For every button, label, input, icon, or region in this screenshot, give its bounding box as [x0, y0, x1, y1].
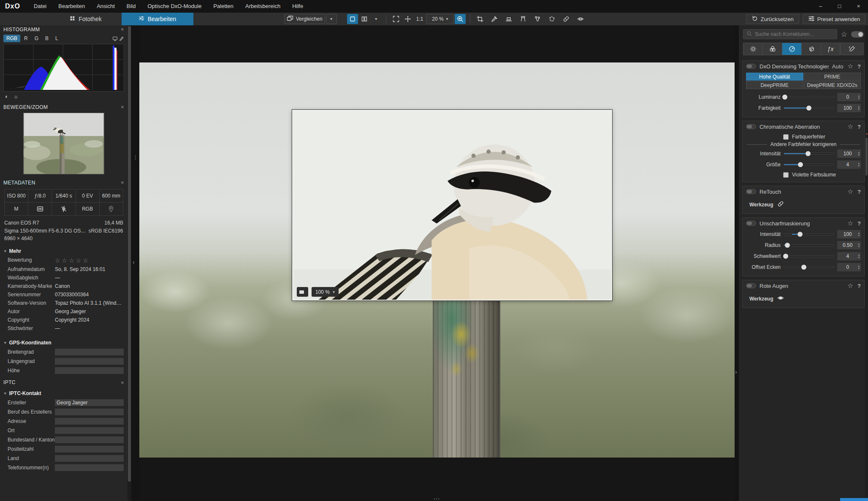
eye-tool-icon[interactable]	[777, 295, 784, 303]
spin-down-icon[interactable]: ▾	[858, 108, 860, 111]
histogram-channel-tab[interactable]: R	[21, 35, 31, 42]
polygon-tool-icon[interactable]	[546, 14, 557, 24]
spin-down-icon[interactable]: ▾	[858, 245, 860, 248]
color-picker-icon[interactable]	[489, 14, 500, 24]
gps-field-input[interactable]	[55, 349, 124, 355]
shadow-clipping-icon[interactable]: ◐	[5, 93, 8, 100]
apply-preset-button[interactable]: Preset anwenden	[803, 14, 865, 24]
slider-value-box[interactable]: 0 ▴▾	[837, 93, 861, 101]
checkbox[interactable]	[783, 134, 789, 140]
compare-button[interactable]: Vergleichen	[284, 14, 325, 24]
loupe-mode-button[interactable]	[297, 287, 308, 297]
zoom-in-button[interactable]	[455, 14, 466, 24]
split-view-button[interactable]	[359, 14, 370, 24]
active-corrections-toggle[interactable]	[851, 31, 864, 38]
denoise-mode-button[interactable]: PRIME	[804, 73, 861, 81]
close-icon[interactable]: ×	[121, 179, 124, 186]
star-icon[interactable]: ☆	[76, 257, 82, 264]
spin-down-icon[interactable]: ▾	[858, 234, 860, 237]
display-icon[interactable]	[112, 36, 118, 41]
iptc-contact-toggle[interactable]: ▾ IPTC-Kontakt	[0, 387, 127, 398]
search-input[interactable]: Suche nach Korrekturen...	[743, 29, 837, 39]
help-icon[interactable]: ?	[857, 189, 861, 195]
star-icon[interactable]: ☆	[848, 282, 853, 290]
left-scrollbar[interactable]	[127, 25, 131, 501]
softproof-pen-icon[interactable]	[119, 36, 124, 41]
tab-detail-icon[interactable]	[782, 43, 801, 55]
slider-knob[interactable]	[782, 95, 787, 100]
help-icon[interactable]: ?	[857, 63, 861, 70]
slider-value-box[interactable]: 100 ▴▾	[837, 104, 861, 112]
slider-track[interactable]	[784, 96, 834, 98]
slider-value-box[interactable]: 0.50 ▴▾	[837, 241, 861, 249]
slider-knob[interactable]	[797, 232, 803, 237]
tab-color-icon[interactable]	[762, 43, 782, 55]
control-point-icon[interactable]	[518, 14, 529, 24]
control-line-icon[interactable]	[532, 14, 543, 24]
gps-field-input[interactable]	[55, 358, 124, 365]
filmstrip-handle[interactable]: …	[433, 493, 441, 501]
slider-value-box[interactable]: 4 ▴▾	[837, 160, 861, 169]
slider-knob[interactable]	[783, 254, 788, 259]
iptc-field-input[interactable]	[55, 436, 124, 443]
slider-track[interactable]	[784, 255, 834, 257]
pan-tool-button[interactable]	[402, 14, 413, 24]
tab-bearbeiten[interactable]: Bearbeiten	[122, 13, 193, 25]
horizon-tool-icon[interactable]	[503, 14, 514, 24]
comparison-loupe[interactable]: 100 % ▾	[292, 110, 612, 301]
slider-track[interactable]	[784, 266, 834, 268]
star-icon[interactable]: ☆	[55, 257, 61, 264]
menu-item[interactable]: Bild	[121, 0, 142, 13]
redeye-enable-toggle[interactable]	[746, 283, 756, 288]
iptc-field-input[interactable]	[55, 464, 124, 471]
tab-local-adjustments-icon[interactable]	[840, 43, 864, 55]
more-section-toggle[interactable]: ▾ Mehr	[0, 244, 127, 256]
right-scrollbar[interactable]: ▲	[865, 25, 868, 501]
menu-item[interactable]: Arbeitsbereich	[239, 0, 286, 13]
slider-track[interactable]	[784, 164, 834, 165]
slider-knob[interactable]	[806, 106, 811, 111]
menu-item[interactable]: Optische DxO-Module	[141, 0, 207, 13]
fit-screen-button[interactable]	[391, 14, 401, 24]
single-view-button[interactable]	[347, 14, 358, 24]
menu-item[interactable]: Datei	[28, 0, 52, 13]
spin-down-icon[interactable]: ▾	[858, 256, 860, 259]
slider-knob[interactable]	[806, 151, 811, 156]
help-icon[interactable]: ?	[857, 124, 861, 130]
denoise-mode-button[interactable]: DeepPRIME XD/XD2s	[804, 81, 861, 89]
zoom-1to1-button[interactable]: 1:1	[414, 14, 426, 24]
eye-tool-icon[interactable]	[575, 14, 586, 24]
image-canvas[interactable]: 100 % ▾ …	[139, 25, 735, 501]
tab-geometry-icon[interactable]	[801, 43, 821, 55]
spin-down-icon[interactable]: ▾	[858, 97, 860, 100]
collapse-right-panel-icon[interactable]: ›	[735, 368, 737, 375]
usm-enable-toggle[interactable]	[746, 221, 756, 226]
ca-enable-toggle[interactable]	[746, 124, 756, 129]
loupe-zoom-select[interactable]: 100 % ▾	[312, 287, 339, 297]
iptc-field-input[interactable]	[55, 409, 124, 415]
menu-item[interactable]: Ansicht	[91, 0, 121, 13]
close-icon[interactable]: ×	[849, 0, 868, 12]
spin-down-icon[interactable]: ▾	[858, 154, 860, 156]
close-icon[interactable]: ×	[121, 104, 124, 110]
histogram-channel-tab[interactable]: L	[52, 35, 61, 42]
slider-value-box[interactable]: 100 ▴▾	[837, 230, 861, 238]
menu-item[interactable]: Hilfe	[286, 0, 309, 13]
slider-track[interactable]	[784, 233, 834, 235]
close-icon[interactable]: ×	[121, 26, 124, 32]
rating-stars[interactable]: ☆☆☆☆☆	[55, 257, 89, 264]
menu-item[interactable]: Bearbeiten	[52, 0, 91, 13]
eraser-tool-icon[interactable]	[777, 200, 784, 209]
gps-section-toggle[interactable]: ▾ GPS-Koordinaten	[0, 336, 127, 347]
denoise-mode-button[interactable]: DeepPRIME	[746, 81, 803, 89]
highlight-clipping-icon[interactable]: ☼	[14, 93, 19, 100]
tab-fotothek[interactable]: Fotothek	[50, 13, 122, 25]
star-icon[interactable]: ☆	[848, 188, 853, 195]
gps-field-input[interactable]	[55, 367, 124, 374]
crop-tool-icon[interactable]	[475, 14, 486, 24]
navigator-thumbnail[interactable]	[23, 113, 104, 174]
help-icon[interactable]: ?	[857, 283, 861, 289]
maximize-icon[interactable]: □	[830, 0, 849, 12]
slider-track[interactable]	[784, 244, 834, 246]
reset-button[interactable]: Zurücksetzen	[746, 14, 799, 24]
